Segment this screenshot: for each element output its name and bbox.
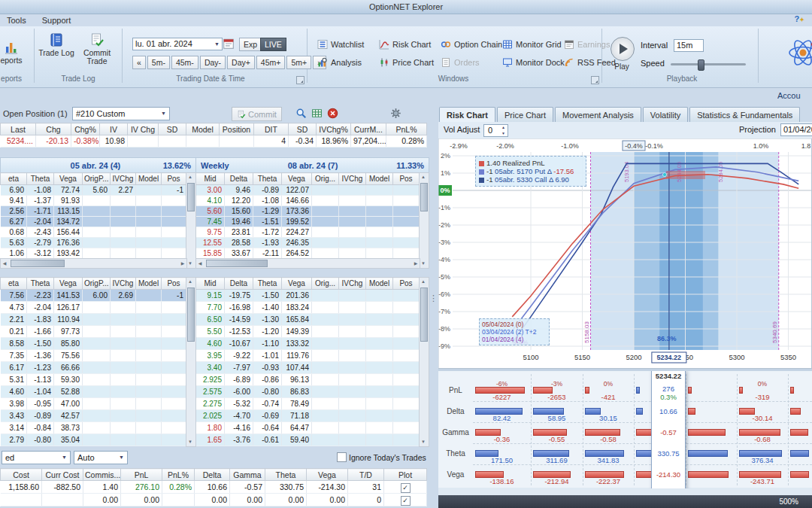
scrollbar-thumb[interactable] xyxy=(420,287,428,342)
grid-row[interactable]: 8.58-1.5085.80 xyxy=(1,338,186,350)
column-header[interactable]: Plot xyxy=(384,469,427,481)
grid-row[interactable]: 5.63-2.79176.36 xyxy=(1,238,186,248)
window-button-price-chart[interactable]: Price Chart xyxy=(376,56,438,69)
column-header[interactable]: OrigP... xyxy=(83,278,111,290)
grid-row[interactable]: 0.68-2.43156.44 xyxy=(1,227,186,238)
column-header[interactable]: IV xyxy=(100,123,128,135)
time-step-5m[interactable]: 5m+ xyxy=(286,56,311,69)
column-header[interactable]: PnL xyxy=(121,469,162,481)
grid-row[interactable]: 5.31-1.1359.30 xyxy=(1,374,186,386)
scroll-down-icon[interactable]: ▼ xyxy=(420,260,427,268)
time-step-45m[interactable]: 45m+ xyxy=(256,56,286,69)
speed-slider-thumb[interactable] xyxy=(698,59,704,71)
strategy-select[interactable]: #210 Custom▼ xyxy=(72,107,170,120)
scrollbar-vertical[interactable]: ▲ ▼ xyxy=(186,277,196,447)
column-header[interactable]: Mid xyxy=(196,278,225,290)
menu-tools[interactable]: Tools xyxy=(0,14,33,26)
column-header[interactable]: Delta xyxy=(225,278,253,290)
spin-up-icon[interactable]: ▲ xyxy=(500,125,507,130)
grid-row[interactable]: 9.7523.81-1.72224.27 xyxy=(196,227,420,238)
column-header[interactable]: Model xyxy=(366,173,393,185)
column-header[interactable]: Orig... xyxy=(312,173,339,185)
reports-button[interactable]: eports xyxy=(0,40,30,65)
scroll-left-icon[interactable]: ◀ xyxy=(196,259,204,268)
column-header[interactable]: SD xyxy=(159,123,186,135)
tab-movement-analysis[interactable]: Movement Analysis xyxy=(555,107,641,122)
column-header[interactable]: Delta xyxy=(195,469,230,481)
grid-row[interactable]: 5234....-20.13-0.38%10.984-0.3418.96%97,… xyxy=(1,135,427,148)
column-header[interactable]: Mid xyxy=(196,173,225,185)
grid-row[interactable]: 0.21-1.6697.73 xyxy=(1,326,186,338)
column-header[interactable]: Gamma xyxy=(230,469,265,481)
time-step-day[interactable]: Day+ xyxy=(227,56,255,69)
menu-support[interactable]: Support xyxy=(35,14,78,26)
column-header[interactable]: IVChg xyxy=(339,173,366,185)
column-header[interactable]: Curr Cost xyxy=(42,469,83,481)
speed-slider[interactable] xyxy=(671,63,746,65)
column-header[interactable]: Vega xyxy=(307,469,348,481)
grid-row[interactable]: 12.5528.58-1.93246.35 xyxy=(196,238,420,248)
column-header[interactable]: Pos xyxy=(393,173,420,185)
column-header[interactable]: eta xyxy=(1,278,27,290)
column-header[interactable]: Commis... xyxy=(83,469,121,481)
search-button[interactable] xyxy=(295,107,308,120)
column-header[interactable]: Theta xyxy=(253,173,282,185)
scroll-right-icon[interactable]: ▶ xyxy=(412,259,420,268)
grid-row[interactable]: 3.40-7.97-0.93107.44 xyxy=(196,362,420,374)
column-header[interactable]: OrigP... xyxy=(83,173,111,185)
scrollbar-vertical[interactable]: ▲ ▼ xyxy=(419,172,429,269)
expiration-header-right[interactable]: Weekly 08 abr. 24 (7) 11.33% xyxy=(195,157,429,173)
auto-mode-select[interactable]: Auto▼ xyxy=(74,451,128,464)
scrollbar-thumb[interactable] xyxy=(187,287,195,342)
tab-statistics-fundamentals[interactable]: Statistics & Fundamentals xyxy=(689,107,800,122)
grid-row[interactable]: 4.60-10.67-1.10133.32 xyxy=(196,338,420,350)
column-header[interactable]: Chg% xyxy=(71,123,100,135)
grid-row[interactable]: 2.56-1.71113.15 xyxy=(1,206,186,217)
grid-row[interactable]: 2.79-0.8035.04 xyxy=(1,434,186,446)
window-button-monitor-grid[interactable]: Monitor Grid xyxy=(499,38,561,51)
grid-row[interactable]: 2.025-4.70-0.6971.18 xyxy=(196,410,420,422)
scroll-up-icon[interactable]: ▲ xyxy=(186,278,194,286)
grid-row[interactable]: 7.35-1.3675.56 xyxy=(1,350,186,362)
window-button-watchlist[interactable]: Watchlist xyxy=(314,38,376,51)
grid-row[interactable]: 7.4519.46-1.51199.52 xyxy=(196,217,420,227)
time-step-day[interactable]: Day- xyxy=(200,56,226,69)
scrollbar-vertical[interactable]: ▲ ▼ xyxy=(419,277,429,447)
column-header[interactable]: PnL% xyxy=(162,469,195,481)
grid-row[interactable]: 9.41-1.3791.93 xyxy=(1,196,186,206)
column-header[interactable]: Vega xyxy=(282,173,312,185)
scrollbar-vertical[interactable]: ▲ ▼ xyxy=(186,172,196,269)
live-button[interactable]: LIVE xyxy=(260,38,286,51)
grid-view-button[interactable] xyxy=(311,107,323,120)
window-button-monitor-dock[interactable]: Monitor Dock xyxy=(499,56,561,69)
grid-row[interactable]: 4.1012.20-1.08146.66 xyxy=(196,196,420,206)
grid-row[interactable]: 2.21-1.83110.94 xyxy=(1,314,186,326)
window-button-risk-chart[interactable]: Risk Chart xyxy=(376,38,438,51)
plot-checkbox[interactable]: ✓ xyxy=(401,483,411,493)
time-step-[interactable]: « xyxy=(132,56,146,69)
grid-row[interactable]: 6.27-2.04134.72 xyxy=(1,217,186,227)
column-header[interactable]: Cost xyxy=(1,469,42,481)
calendar-button[interactable] xyxy=(223,38,235,51)
trade-log-button[interactable]: Trade Log xyxy=(38,32,75,57)
grid-row[interactable]: 3.14-0.8438.73 xyxy=(1,422,186,434)
tab-volatility[interactable]: Volatility xyxy=(643,107,688,122)
grid-row[interactable]: 9.15-19.75-1.50201.36 xyxy=(196,290,420,302)
settings-button[interactable] xyxy=(389,107,402,120)
column-header[interactable]: SD xyxy=(289,123,317,135)
column-header[interactable]: Model xyxy=(186,123,220,135)
grid-row[interactable]: 2.275-5.32-0.7478.49 xyxy=(196,398,420,410)
ignore-trades-checkbox[interactable] xyxy=(337,452,347,462)
column-header[interactable]: IVChg xyxy=(111,173,136,185)
column-header[interactable]: Position xyxy=(220,123,254,135)
column-header[interactable]: Model xyxy=(136,278,162,290)
column-header[interactable]: Vega xyxy=(282,278,312,290)
scroll-up-icon[interactable]: ▲ xyxy=(186,173,194,181)
play-button[interactable] xyxy=(611,37,635,61)
grid-row[interactable]: 3.43-0.8942.57 xyxy=(1,410,186,422)
scrollbar-thumb[interactable] xyxy=(11,260,65,267)
scroll-down-icon[interactable]: ▼ xyxy=(420,438,427,446)
plot-checkbox[interactable]: ✓ xyxy=(401,496,411,506)
help-icon[interactable]: ?✦ xyxy=(795,14,804,23)
tab-risk-chart[interactable]: Risk Chart xyxy=(439,107,495,122)
